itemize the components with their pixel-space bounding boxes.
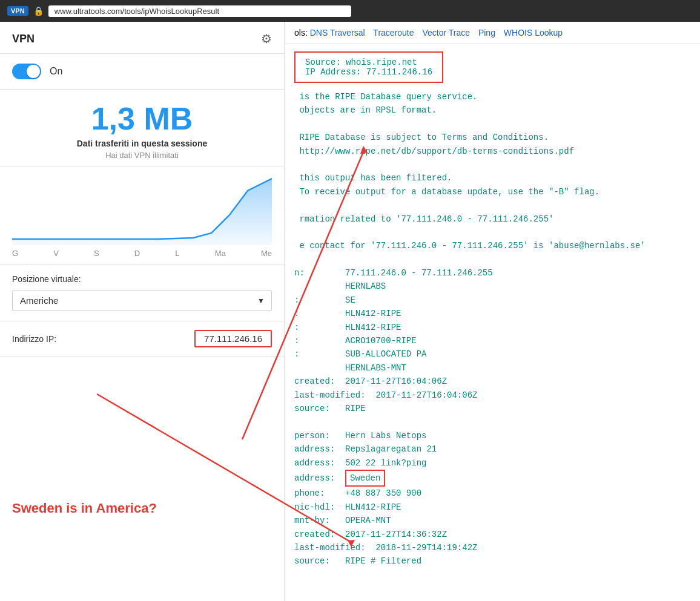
- data-section: 1,3 MB Dati trasferiti in questa session…: [0, 90, 284, 166]
- whois-line: last-modified: 2018-11-29T14:19:42Z: [294, 541, 690, 554]
- vpn-toggle[interactable]: [12, 64, 41, 79]
- whois-line: mnt-by: OPERA-MNT: [294, 514, 690, 527]
- whois-line: address: 502 22 link?ping: [294, 456, 690, 470]
- sweden-highlight: Sweden: [345, 470, 385, 487]
- whois-line: : SE: [294, 294, 690, 307]
- whois-line: objects are in RPSL format.: [294, 103, 690, 117]
- browser-bar: VPN 🔒 www.ultratools.com/tools/ipWhoisLo…: [0, 0, 700, 22]
- ip-section: Indirizzo IP: 77.111.246.16: [0, 321, 284, 356]
- whois-line: [294, 226, 690, 239]
- position-section: Posizione virtuale: Americhe Europa Asia: [0, 264, 284, 321]
- whois-line: [294, 199, 690, 212]
- vpn-toggle-label: On: [50, 66, 62, 77]
- data-label: Dati trasferiti in questa sessione: [12, 139, 272, 148]
- gear-icon[interactable]: ⚙: [261, 31, 272, 46]
- nav-links: ols: DNS Traversal Traceroute Vector Tra…: [285, 22, 700, 44]
- position-label: Posizione virtuale:: [12, 274, 272, 284]
- whois-line: nic-hdl: HLN412-RIPE: [294, 501, 690, 514]
- whois-line: person: Hern Labs Netops: [294, 429, 690, 442]
- chart-labels: G V S D L Ma Me: [12, 245, 272, 264]
- nav-dns-traversal[interactable]: DNS Traversal: [310, 28, 365, 38]
- ip-address-line: IP Address: 77.111.246.16: [305, 67, 432, 77]
- data-sublabel: Hai dati VPN illimitati: [12, 151, 272, 160]
- whois-line: : ACRO10700-RIPE: [294, 334, 690, 347]
- position-select-wrapper[interactable]: Americhe Europa Asia: [12, 290, 272, 311]
- vpn-toggle-row: On: [0, 54, 284, 90]
- chart-svg: [12, 172, 272, 245]
- vpn-header: VPN ⚙: [0, 22, 284, 54]
- ip-label: Indirizzo IP:: [12, 334, 56, 344]
- chart-label-s: S: [94, 249, 99, 258]
- ip-value: 77.111.246.16: [194, 330, 272, 347]
- nav-traceroute[interactable]: Traceroute: [373, 28, 414, 38]
- whois-line: [294, 117, 690, 131]
- whois-line: : HLN412-RIPE: [294, 321, 690, 334]
- whois-line: source: RIPE: [294, 402, 690, 415]
- url-bar[interactable]: www.ultratools.com/tools/ipWhoisLookupRe…: [48, 5, 351, 17]
- whois-line: HERNLABS-MNT: [294, 361, 690, 375]
- chart-area: G V S D L Ma Me: [0, 166, 284, 264]
- whois-line: rmation related to '77.111.246.0 - 77.11…: [294, 212, 690, 226]
- whois-line: [294, 158, 690, 171]
- data-amount: 1,3 MB: [12, 102, 272, 136]
- toggle-knob: [27, 65, 40, 78]
- whois-line: RIPE Database is subject to Terms and Co…: [294, 131, 690, 144]
- whois-line: HERNLABS: [294, 280, 690, 293]
- nav-whois-lookup[interactable]: WHOIS Lookup: [504, 28, 563, 38]
- chart-label-l: L: [175, 249, 179, 258]
- whois-line: phone: +48 887 350 900: [294, 487, 690, 500]
- whois-line: last-modified: 2017-11-27T16:04:06Z: [294, 389, 690, 402]
- whois-line: e contact for '77.111.246.0 - 77.111.246…: [294, 239, 690, 252]
- whois-line: created: 2017-11-27T14:36:32Z: [294, 528, 690, 541]
- nav-prefix: ols:: [294, 28, 310, 38]
- whois-line: this output has been filtered.: [294, 171, 690, 185]
- whois-line: source: RIPE # Filtered: [294, 554, 690, 568]
- nav-vector-trace[interactable]: Vector Trace: [422, 28, 470, 38]
- chart-label-ma: Ma: [215, 249, 226, 258]
- whois-line: [294, 253, 690, 266]
- chart-label-v: V: [53, 249, 59, 258]
- chart-label-d: D: [134, 249, 140, 258]
- whois-line: : HLN412-RIPE: [294, 307, 690, 320]
- whois-output: is the RIPE Database query service. obje…: [285, 90, 700, 568]
- whois-line: : SUB-ALLOCATED PA: [294, 347, 690, 361]
- sweden-annotation: Sweden is in America?: [12, 501, 157, 516]
- vpn-browser-badge: VPN: [7, 6, 28, 16]
- chart-label-me: Me: [261, 249, 272, 258]
- right-panel: ols: DNS Traversal Traceroute Vector Tra…: [285, 22, 700, 601]
- nav-ping[interactable]: Ping: [478, 28, 495, 38]
- whois-line: [294, 415, 690, 429]
- lock-icon: 🔒: [33, 6, 44, 16]
- position-select[interactable]: Americhe Europa Asia: [12, 290, 272, 311]
- vpn-title: VPN: [12, 33, 35, 45]
- chart-label-g: G: [12, 249, 18, 258]
- whois-line: created: 2017-11-27T16:04:06Z: [294, 375, 690, 388]
- whois-line: is the RIPE Database query service.: [294, 90, 690, 103]
- chart-container: [12, 172, 272, 245]
- source-box: Source: whois.ripe.net IP Address: 77.11…: [294, 51, 443, 83]
- whois-line: address: Sweden: [294, 470, 690, 487]
- vpn-panel: VPN ⚙ On 1,3 MB Dati trasferiti in quest…: [0, 22, 285, 601]
- whois-line: http://www.ripe.net/db/support/db-terms-…: [294, 145, 690, 158]
- whois-line: n: 77.111.246.0 - 77.111.246.255: [294, 266, 690, 280]
- whois-line: address: Repslagaregatan 21: [294, 442, 690, 456]
- whois-line: To receive output for a database update,…: [294, 185, 690, 199]
- source-line: Source: whois.ripe.net: [305, 57, 432, 67]
